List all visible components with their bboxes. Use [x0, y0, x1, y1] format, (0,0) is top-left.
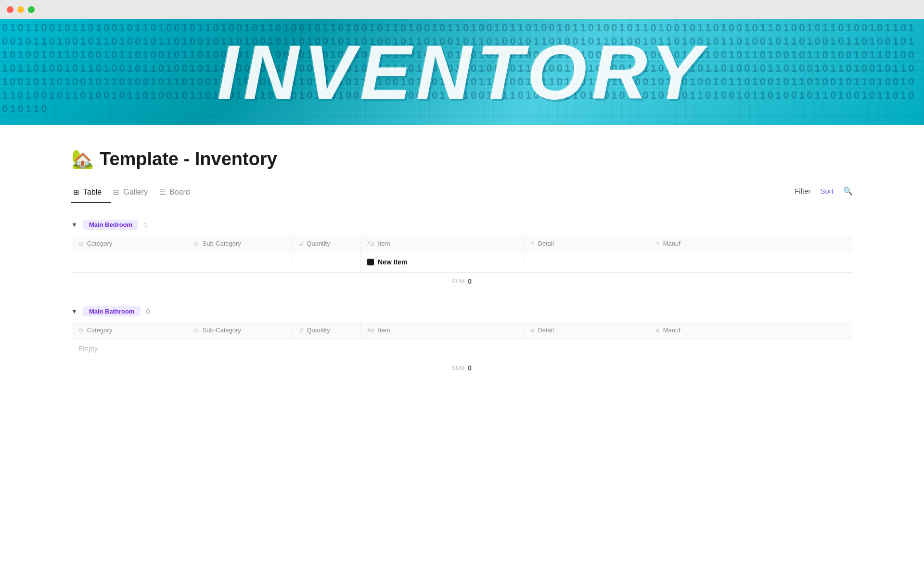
minimize-button[interactable]: [17, 6, 24, 13]
table-header-row-bathroom: ⊙ Category ⊙ Sub-Category # Quantity Aa …: [72, 322, 853, 339]
hero-banner: 0101100101101001011010010110100101101001…: [0, 19, 924, 125]
tab-board-label: Board: [169, 188, 190, 197]
col-header-category-b: ⊙ Category: [72, 322, 187, 339]
sum-row-bedroom: SUM 0: [71, 272, 853, 290]
maximize-button[interactable]: [28, 6, 35, 13]
subcategory-col-icon: ⊙: [194, 240, 199, 247]
tab-table[interactable]: ⊞ Table: [71, 183, 111, 203]
titlebar: [0, 0, 924, 19]
page-title-text: Template - Inventory: [100, 149, 277, 170]
col-header-item-b: Aa Item: [360, 322, 524, 339]
group-main-bathroom: ▼ Main Bathroom 0 ⊙ Category ⊙ Sub-Categ…: [71, 303, 853, 377]
category-col-icon: ⊙: [78, 240, 83, 247]
filter-button[interactable]: Filter: [795, 187, 810, 195]
table-row-empty: Empty.: [72, 339, 853, 359]
cell-item: New Item: [360, 252, 524, 272]
group-badge-bathroom: Main Bathroom: [83, 306, 141, 316]
group-count-bathroom: 0: [146, 308, 150, 315]
quantity-col-icon-b: #: [300, 327, 303, 334]
tab-gallery[interactable]: ⊟ Gallery: [111, 183, 157, 203]
new-item-icon: [367, 259, 374, 265]
manuf-col-icon: ≡: [656, 240, 659, 247]
col-header-manufacturer: ≡ Manuf: [649, 235, 853, 252]
col-header-subcategory-b: ⊙ Sub-Category: [187, 322, 293, 339]
group-main-bedroom: ▼ Main Bedroom 1 ⊙ Category ⊙ Sub-Catego…: [71, 217, 853, 290]
cell-category: [72, 252, 187, 272]
group-header-bathroom: ▼ Main Bathroom 0: [71, 303, 853, 319]
sum-value-bathroom: 0: [468, 364, 472, 372]
col-header-category: ⊙ Category: [72, 235, 187, 252]
tab-gallery-label: Gallery: [123, 188, 148, 197]
item-col-icon: Aa: [367, 240, 374, 247]
tabs-row: ⊞ Table ⊟ Gallery ☰ Board Filter Sort 🔍: [71, 183, 853, 203]
detail-col-icon: ≡: [531, 240, 534, 247]
board-icon: ☰: [159, 188, 166, 197]
col-header-manufacturer-b: ≡ Manuf: [649, 322, 853, 339]
group-header-bedroom: ▼ Main Bedroom 1: [71, 217, 853, 233]
sort-button[interactable]: Sort: [820, 187, 834, 195]
group-toggle-bathroom[interactable]: ▼: [71, 308, 77, 315]
close-button[interactable]: [7, 6, 13, 13]
cell-subcategory: [187, 252, 293, 272]
table-header-row: ⊙ Category ⊙ Sub-Category # Quantity Aa …: [72, 235, 853, 252]
manuf-col-icon-b: ≡: [656, 327, 659, 334]
table-bathroom: ⊙ Category ⊙ Sub-Category # Quantity Aa …: [71, 321, 853, 359]
sum-value-bedroom: 0: [468, 277, 472, 285]
col-header-item: Aa Item: [360, 235, 524, 252]
table-icon: ⊞: [73, 188, 79, 197]
sum-label-bedroom: SUM: [452, 278, 465, 284]
tabs-left: ⊞ Table ⊟ Gallery ☰ Board: [71, 183, 200, 203]
col-header-detail: ≡ Detail: [524, 235, 649, 252]
group-toggle-bedroom[interactable]: ▼: [71, 221, 77, 228]
main-content: 🏡 Template - Inventory ⊞ Table ⊟ Gallery…: [0, 125, 924, 400]
page-emoji: 🏡: [71, 148, 94, 170]
subcategory-col-icon-b: ⊙: [194, 327, 199, 334]
toolbar: Filter Sort 🔍: [795, 186, 853, 199]
cell-detail: [524, 252, 649, 272]
col-header-quantity-b: # Quantity: [293, 322, 360, 339]
gallery-icon: ⊟: [113, 188, 119, 197]
group-badge-bedroom: Main Bedroom: [83, 220, 138, 230]
col-header-subcategory: ⊙ Sub-Category: [187, 235, 293, 252]
empty-cell: Empty.: [72, 339, 853, 359]
group-count-bedroom: 1: [144, 221, 148, 229]
table-row[interactable]: New Item: [72, 252, 853, 272]
new-item-label: New Item: [378, 258, 407, 266]
tab-table-label: Table: [83, 188, 102, 197]
sum-label-bathroom: SUM: [452, 365, 465, 371]
col-header-detail-b: ≡ Detail: [524, 322, 649, 339]
cell-quantity: [293, 252, 360, 272]
sum-row-bathroom: SUM 0: [71, 359, 853, 377]
cell-manufacturer: [649, 252, 853, 272]
search-icon[interactable]: 🔍: [843, 186, 853, 196]
item-col-icon-b: Aa: [367, 327, 374, 334]
category-col-icon-b: ⊙: [78, 327, 83, 334]
table-bedroom: ⊙ Category ⊙ Sub-Category # Quantity Aa …: [71, 235, 853, 272]
quantity-col-icon: #: [300, 240, 303, 247]
hero-title: INVENTORY: [217, 28, 707, 117]
tab-board[interactable]: ☰ Board: [157, 183, 200, 203]
col-header-quantity: # Quantity: [293, 235, 360, 252]
page-title: 🏡 Template - Inventory: [71, 148, 853, 170]
detail-col-icon-b: ≡: [531, 327, 534, 334]
